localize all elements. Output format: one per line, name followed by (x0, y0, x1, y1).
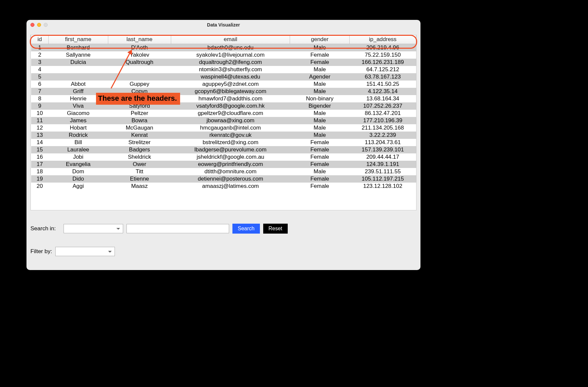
cell-gender: Female (290, 59, 350, 66)
cell-id: 15 (31, 146, 49, 153)
cell-ip_address: 209.44.44.17 (350, 153, 416, 161)
cell-email: gpeltzer9@cloudflare.com (171, 110, 290, 117)
cell-last_name: Titt (108, 168, 171, 175)
cell-first_name: James (48, 117, 108, 124)
cell-email: eowerg@printfriendly.com (171, 161, 290, 168)
reset-button[interactable]: Reset (263, 224, 288, 234)
cell-email: dtitth@omniture.com (171, 168, 290, 175)
table-row[interactable]: 20AggiMaaszamaaszj@latimes.comFemale123.… (31, 183, 416, 190)
header-first-name[interactable]: first_name (48, 35, 108, 44)
header-last-name[interactable]: last_name (108, 35, 171, 44)
table-row[interactable]: 12HobartMcGauganhmcgauganb@intel.comMale… (31, 124, 416, 132)
cell-first_name: Evangelia (48, 161, 108, 168)
table-row[interactable]: 11JamesBowrajbowraa@xing.comMale177.210.… (31, 117, 416, 124)
cell-ip_address: 157.139.239.101 (350, 146, 416, 153)
cell-id: 2 (31, 51, 49, 59)
cell-first_name: Giacomo (48, 110, 108, 117)
cell-email: hmcgauganb@intel.com (171, 124, 290, 132)
header-gender[interactable]: gender (290, 35, 350, 44)
cell-email: gcopyn6@biblegateway.com (171, 88, 290, 95)
table-row[interactable]: 17EvangeliaOwereowerg@printfriendly.comF… (31, 161, 416, 168)
search-button[interactable]: Search (232, 224, 260, 234)
table-row[interactable]: 8HenrieMawfordhmawford7@addthis.comNon-b… (31, 95, 416, 102)
cell-last_name: Guppey (108, 81, 171, 88)
cell-first_name: Dido (48, 175, 108, 183)
table-row[interactable]: 9VivaSatyfordvsatyford8@google.com.hkBig… (31, 102, 416, 110)
search-in-select[interactable] (64, 224, 123, 233)
cell-gender: Female (290, 146, 350, 153)
cell-email: lbadgerse@purevolume.com (171, 146, 290, 153)
table-scroll[interactable]: id first_name last_name email gender ip_… (31, 35, 416, 210)
cell-ip_address: 75.22.159.150 (350, 51, 416, 59)
cell-id: 6 (31, 81, 49, 88)
cell-email: jbowraa@xing.com (171, 117, 290, 124)
window-title: Data Visualizer (30, 22, 416, 28)
cell-last_name: Maasz (108, 183, 171, 190)
cell-email: amaaszj@latimes.com (171, 183, 290, 190)
header-id[interactable]: id (31, 35, 49, 44)
cell-gender: Female (290, 175, 350, 183)
table-row[interactable]: 19DidoEtiennedetiennei@posterous.comFema… (31, 175, 416, 183)
table-row[interactable]: 14BillStrelitzerbstrelitzerd@xing.comFem… (31, 139, 416, 146)
cell-id: 5 (31, 73, 49, 81)
cell-ip_address: 151.41.50.25 (350, 81, 416, 88)
cell-last_name: Mawford (108, 95, 171, 102)
table-row[interactable]: 2SallyanneYakolevsyakolev1@livejournal.c… (31, 51, 416, 59)
cell-id: 12 (31, 124, 49, 132)
close-window-icon[interactable] (30, 23, 34, 27)
cell-ip_address: 206.219.4.96 (350, 44, 416, 52)
cell-gender: Male (290, 168, 350, 175)
cell-ip_address: 239.51.111.55 (350, 168, 416, 175)
cell-id: 3 (31, 59, 49, 66)
table-row[interactable]: 10GiacomoPeltzergpeltzer9@cloudflare.com… (31, 110, 416, 117)
cell-id: 10 (31, 110, 49, 117)
cell-ip_address: 64.7.125.212 (350, 66, 416, 73)
table-row[interactable]: 4ntomkin3@shutterfly.comMale64.7.125.212 (31, 66, 416, 73)
window-content: id first_name last_name email gender ip_… (26, 30, 420, 260)
cell-ip_address: 86.132.47.201 (350, 110, 416, 117)
cell-id: 18 (31, 168, 49, 175)
cell-first_name: Griff (48, 88, 108, 95)
table-row[interactable]: 3DulciaQualtroughdqualtrough2@ifeng.comF… (31, 59, 416, 66)
cell-last_name: Strelitzer (108, 139, 171, 146)
table-row[interactable]: 13RodrickKenratrkenratc@gov.ukMale3.22.2… (31, 132, 416, 139)
table-row[interactable]: 18DomTittdtitth@omniture.comMale239.51.1… (31, 168, 416, 175)
table-container: id first_name last_name email gender ip_… (30, 35, 416, 210)
cell-last_name: McGaugan (108, 124, 171, 132)
cell-first_name: Henrie (48, 95, 108, 102)
table-row[interactable]: 1BernhardD'Aethbdaeth0@unc.eduMale206.21… (31, 44, 416, 52)
cell-ip_address: 177.210.196.39 (350, 117, 416, 124)
cell-gender: Non-binary (290, 95, 350, 102)
cell-first_name: Lauralee (48, 146, 108, 153)
cell-id: 17 (31, 161, 49, 168)
filter-by-select[interactable] (55, 247, 115, 256)
cell-email: ntomkin3@shutterfly.com (171, 66, 290, 73)
cell-ip_address: 113.204.73.61 (350, 139, 416, 146)
maximize-window-icon[interactable] (44, 23, 48, 27)
search-controls: Search in: Search Reset (30, 224, 416, 234)
cell-email: bdaeth0@unc.edu (171, 44, 290, 52)
cell-gender: Female (290, 139, 350, 146)
cell-gender: Bigender (290, 102, 350, 110)
table-row[interactable]: 16JobiSheldrickjsheldrickf@google.com.au… (31, 153, 416, 161)
table-row[interactable]: 15LauraleeBadgerslbadgerse@purevolume.co… (31, 146, 416, 153)
app-window: Data Visualizer id first_name last_name … (26, 20, 420, 270)
cell-last_name: Bowra (108, 117, 171, 124)
cell-first_name (48, 66, 108, 73)
cell-first_name: Rodrick (48, 132, 108, 139)
cell-id: 11 (31, 117, 49, 124)
table-row[interactable]: 5waspinell4@utexas.eduAgender63.78.167.1… (31, 73, 416, 81)
minimize-window-icon[interactable] (37, 23, 41, 27)
header-ip-address[interactable]: ip_address (350, 35, 416, 44)
cell-last_name: Yakolev (108, 51, 171, 59)
search-query-input[interactable] (126, 224, 229, 233)
cell-ip_address: 3.22.2.239 (350, 132, 416, 139)
cell-last_name: Copyn (108, 88, 171, 95)
header-email[interactable]: email (171, 35, 290, 44)
cell-first_name: Jobi (48, 153, 108, 161)
table-row[interactable]: 7GriffCopyngcopyn6@biblegateway.comMale4… (31, 88, 416, 95)
cell-id: 7 (31, 88, 49, 95)
cell-email: syakolev1@livejournal.com (171, 51, 290, 59)
cell-gender: Male (290, 81, 350, 88)
table-row[interactable]: 6AbbotGuppeyaguppey5@zdnet.comMale151.41… (31, 81, 416, 88)
